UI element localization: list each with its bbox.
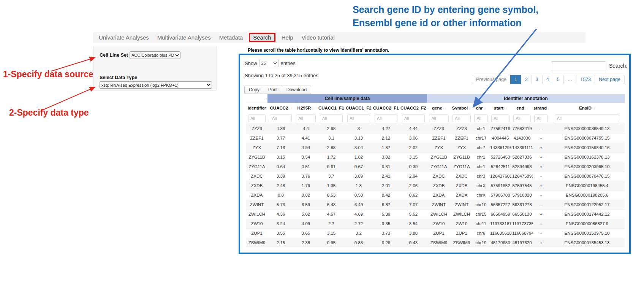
nav-tab-metadata[interactable]: Metadata (215, 34, 247, 41)
next-page-button[interactable]: Next page (595, 75, 625, 84)
cell-start: 77562416 (489, 124, 511, 134)
cell-start: 143381295 (489, 143, 511, 153)
nav-tab-search[interactable]: Search (249, 33, 275, 42)
cell-cuacc2-f2: 2.06 (400, 181, 427, 191)
cell-end: 113773735 (511, 219, 533, 229)
column-header-h295r[interactable]: H295R↓↑ (294, 103, 318, 113)
cell-ensid: ENSG00000153975.10 (549, 229, 625, 238)
filter-input-end[interactable] (513, 114, 531, 122)
column-header-ensid[interactable]: EnsID↓↑ (549, 103, 625, 113)
sort-all-header[interactable]: ↓↑ (246, 94, 267, 103)
cell-ensid: ENSG00000185453.13 (549, 238, 625, 248)
cell-start: 56357227 (489, 200, 511, 210)
cell-symbol: ZZZ3 (451, 124, 473, 134)
table-search-input[interactable] (551, 61, 606, 70)
filter-input-identifier[interactable] (248, 114, 266, 122)
cell-ensid: ENSG00000036549.13 (549, 124, 625, 134)
cell-ensid: ENSG00000086827.9 (549, 219, 625, 229)
group-header-cell-line-sample-data: Cell line/sample data (267, 94, 427, 103)
nav-tab-univariate-analyses[interactable]: Univariate Analyses (95, 34, 153, 41)
cell-cuacc1-f1: 0.53 (318, 191, 345, 200)
page-1573-button[interactable]: 1573 (576, 75, 595, 84)
column-header-cuacc2-f1[interactable]: CUACC2_F1↓↑ (372, 103, 400, 113)
filter-input-symbol[interactable] (453, 114, 471, 122)
table-row: ZXDB2.481.791.351.32.012.06ZXDBZXDBchrX5… (246, 181, 625, 191)
column-header-cuacc1-f1[interactable]: CUACC1_F1↓↑ (318, 103, 345, 113)
nav-tab-video-tutorial[interactable]: Video tutorial (297, 34, 339, 41)
cell-cuacc2-f1: 4.27 (372, 124, 400, 134)
column-header-identifier[interactable]: Identifier (246, 103, 267, 113)
filter-input-start[interactable] (491, 114, 510, 122)
nav-tab-multivariate-analyses[interactable]: Multivariate Analyses (153, 34, 215, 41)
cell-cuacc1-f2: 0.67 (345, 162, 372, 172)
cell-start: 52842511 (489, 162, 511, 172)
page-4-button[interactable]: 4 (542, 75, 553, 84)
cell-cuacc2-f1: 0.31 (372, 162, 400, 172)
column-header-row: IdentifierCUACC2↓↑H295R↓↑CUACC1_F1↓↑CUAC… (246, 103, 625, 113)
cell-ensid: ENSG00000070476.15 (549, 172, 625, 181)
column-header-symbol[interactable]: Symbol↓↑ (451, 103, 473, 113)
table-row: ZYX7.164.942.883.041.872.02ZYXZYXchr7143… (246, 143, 625, 153)
filter-input-chr[interactable] (474, 114, 487, 122)
copy-button[interactable]: Copy (244, 86, 264, 94)
table-row: ZZEF13.774.413.13.132.123.06ZZEF1ZZEF1ch… (246, 134, 625, 143)
previous-page-button[interactable]: Previous page (472, 75, 511, 84)
download-button[interactable]: Download (282, 86, 311, 94)
cell-line-set-select[interactable]: ACC Colorado plus PDX (130, 51, 180, 59)
cell-identifier: ZW10 (246, 219, 267, 229)
filter-input-ensid[interactable] (555, 114, 620, 122)
column-header-cuacc1-f2[interactable]: CUACC1_F2↓↑ (345, 103, 372, 113)
filter-input-cuacc1-f1[interactable] (320, 114, 343, 122)
cell-chr: chr1 (473, 162, 489, 172)
cell-line-set-row: Cell Line Set ACC Colorado plus PDX (100, 51, 180, 59)
cell-cuacc1-f2: 1.3 (345, 181, 372, 191)
filter-cell-h295r (294, 113, 318, 124)
cell-cuacc1-f1: 0.95 (318, 238, 345, 248)
cell-gene: ZXDA (427, 191, 451, 200)
control-panel: Cell Line Set ACC Colorado plus PDX Sele… (93, 46, 217, 91)
cell-cuacc2-f2: 3.54 (400, 219, 427, 229)
column-header-chr[interactable]: chr↓↑ (473, 103, 489, 113)
cell-h295r: 4.41 (294, 134, 318, 143)
column-header-start[interactable]: start↓↑ (489, 103, 511, 113)
cell-cuacc2: 2.48 (267, 181, 294, 191)
filter-input-h295r[interactable] (296, 114, 315, 122)
filter-input-cuacc2-f1[interactable] (375, 114, 397, 122)
column-header-gene[interactable]: gene↓↑ (427, 103, 451, 113)
print-button[interactable]: Print (264, 86, 282, 94)
cell-cuacc1-f2: 3.13 (345, 134, 372, 143)
filter-input-cuacc1-f2[interactable] (347, 114, 370, 122)
cell-cuacc2-f2: 0.43 (400, 238, 427, 248)
entries-label: entries (281, 60, 296, 66)
filter-input-strand[interactable] (534, 114, 547, 122)
cell-cuacc1-f1: 2.98 (318, 124, 345, 134)
export-buttons: CopyPrintDownload (245, 86, 311, 94)
cell-identifier: ZZZ3 (246, 124, 267, 134)
sort-icon: ↓↑ (289, 106, 291, 110)
gene-table: ↓↑Cell line/sample dataIdentifier annota… (246, 94, 625, 247)
data-type-select[interactable]: xsq: RNA-seq Expression (log2 FPKM+1) (100, 81, 212, 89)
page-2-button[interactable]: 2 (521, 75, 532, 84)
page-5-button[interactable]: 5 (553, 75, 564, 84)
cell-cuacc2: 3.15 (267, 153, 294, 162)
filter-input-cuacc2[interactable] (270, 114, 292, 122)
table-search: Search: (551, 61, 627, 70)
column-header-cuacc2-f2[interactable]: CUACC2_F2↓↑ (400, 103, 427, 113)
filter-cell-cuacc2 (267, 113, 294, 124)
cell-end: 66550130 (511, 210, 533, 219)
cell-identifier: ZXDB (246, 181, 267, 191)
page-length-select[interactable]: 25 (259, 59, 278, 67)
cell-h295r: 0.51 (294, 162, 318, 172)
blue-annotation: Search gene ID by entering gene symbol, … (353, 3, 538, 30)
column-header-strand[interactable]: strand↓↑ (533, 103, 549, 113)
filter-input-cuacc2-f2[interactable] (402, 114, 425, 122)
cell-cuacc2-f1: 3.35 (372, 219, 400, 229)
page-3-button[interactable]: 3 (532, 75, 543, 84)
column-header-end[interactable]: end↓↑ (511, 103, 533, 113)
filter-input-gene[interactable] (429, 114, 448, 122)
page-1-button[interactable]: 1 (510, 75, 521, 84)
cell-cuacc2: 2.15 (267, 238, 294, 248)
column-header-cuacc2[interactable]: CUACC2↓↑ (267, 103, 294, 113)
nav-tab-help[interactable]: Help (277, 34, 297, 41)
cell-start: 52726453 (489, 153, 511, 162)
